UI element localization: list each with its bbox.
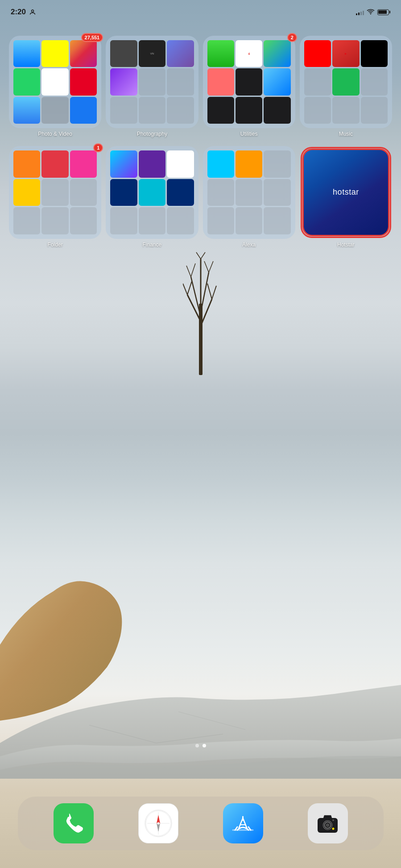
folder-folder[interactable] <box>9 146 101 238</box>
app-music[interactable]: ▶ Music <box>300 36 392 137</box>
dock-safari[interactable] <box>138 803 178 843</box>
music-label: Music <box>339 131 353 137</box>
alexa-label: Alexa <box>242 242 256 248</box>
alexa-folder[interactable] <box>203 146 295 238</box>
app-folder[interactable]: 1 Folder <box>9 146 101 247</box>
utilities-label: Utilities <box>240 131 258 137</box>
svg-line-10 <box>187 281 192 295</box>
svg-point-32 <box>332 827 335 830</box>
person-icon <box>29 9 36 15</box>
photography-label: Photography <box>137 131 167 137</box>
app-hotstar[interactable]: hotstar Hotstar <box>300 146 392 247</box>
svg-line-18 <box>201 252 205 259</box>
app-photo-video[interactable]: 27,551 Photo & Video <box>9 36 101 137</box>
appstore-icon[interactable]: A <box>223 803 263 843</box>
app-utilities[interactable]: 4 2 Utilities <box>203 36 295 137</box>
signal-bar-4 <box>363 11 364 15</box>
signal-bar-2 <box>358 13 360 15</box>
svg-line-9 <box>183 284 187 295</box>
music-folder[interactable]: ▶ <box>300 36 392 128</box>
battery-icon <box>377 9 390 15</box>
photo-video-folder[interactable] <box>9 36 101 128</box>
signal-bar-3 <box>360 12 362 15</box>
folder-label: Folder <box>48 242 63 248</box>
svg-point-31 <box>332 819 334 821</box>
utilities-folder[interactable]: 4 <box>203 36 295 128</box>
camera-icon[interactable] <box>308 803 348 843</box>
svg-line-14 <box>191 263 195 277</box>
hotstar-label: Hotstar <box>337 242 355 248</box>
status-time: 2:20 <box>11 8 26 17</box>
app-finance[interactable]: Finance <box>106 146 198 247</box>
signal-bars <box>356 9 364 15</box>
photo-video-label: Photo & Video <box>38 131 72 137</box>
hotstar-icon[interactable]: hotstar <box>302 149 389 236</box>
svg-line-7 <box>201 272 209 313</box>
svg-line-16 <box>209 261 213 272</box>
rock-formation <box>0 466 401 779</box>
tree-silhouette <box>183 250 219 375</box>
svg-line-17 <box>196 252 201 259</box>
page-dot-2[interactable] <box>203 744 206 747</box>
app-alexa[interactable]: Alexa <box>203 146 295 247</box>
hotstar-selection-border: hotstar <box>301 147 391 238</box>
dock-appstore[interactable]: A <box>223 803 263 843</box>
safari-icon[interactable] <box>138 803 178 843</box>
finance-label: Finance <box>143 242 162 248</box>
svg-rect-3 <box>199 304 203 375</box>
photo-video-badge: 27,551 <box>81 33 103 42</box>
photography-folder[interactable]: VN <box>106 36 198 128</box>
svg-point-30 <box>326 823 330 827</box>
dock-phone[interactable] <box>54 803 94 843</box>
svg-line-13 <box>186 266 191 277</box>
svg-line-11 <box>212 286 216 299</box>
svg-point-19 <box>32 10 34 12</box>
wifi-icon <box>367 9 375 15</box>
status-icons <box>356 9 390 15</box>
hotstar-text: hotstar <box>333 188 359 197</box>
phone-icon[interactable] <box>54 803 94 843</box>
signal-bar-1 <box>356 13 357 15</box>
utilities-badge: 2 <box>287 33 297 42</box>
folder-badge: 1 <box>93 143 103 152</box>
svg-line-12 <box>207 284 212 299</box>
status-bar: 2:20 <box>0 0 401 24</box>
dock: A <box>18 797 384 850</box>
app-grid: 27,551 Photo & Video VN Photography <box>0 36 401 248</box>
dock-camera[interactable] <box>308 803 348 843</box>
page-dots <box>195 744 206 747</box>
app-photography[interactable]: VN Photography <box>106 36 198 137</box>
page-dot-1[interactable] <box>195 744 199 747</box>
svg-line-15 <box>204 261 209 272</box>
finance-folder[interactable] <box>106 146 198 238</box>
